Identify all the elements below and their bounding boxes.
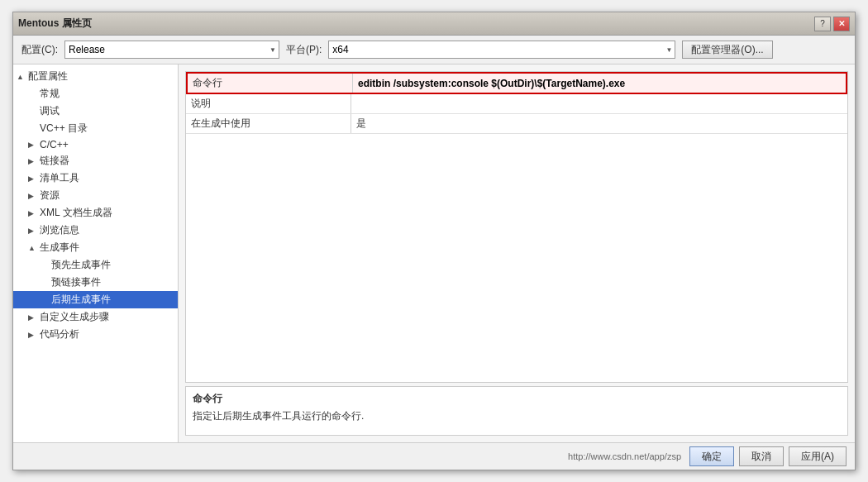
sidebar-label: 配置属性 bbox=[28, 69, 68, 84]
sidebar-item-manifest[interactable]: ▶ 清单工具 bbox=[13, 169, 178, 187]
sidebar-label: 调试 bbox=[40, 104, 60, 118]
help-button[interactable]: ? bbox=[814, 17, 831, 31]
config-manager-button[interactable]: 配置管理器(O)... bbox=[682, 41, 772, 59]
description-title: 命令行 bbox=[193, 392, 841, 406]
sidebar-label: 链接器 bbox=[40, 154, 69, 168]
sidebar-label: 常规 bbox=[40, 87, 60, 101]
platform-select[interactable]: x64 bbox=[328, 41, 675, 59]
platform-label: 平台(P): bbox=[286, 43, 322, 57]
prop-row-desc[interactable]: 说明 bbox=[186, 94, 847, 114]
sidebar-label: VC++ 目录 bbox=[40, 122, 88, 136]
prop-value-command: editbin /subsystem:console $(OutDir)\$(T… bbox=[353, 74, 846, 93]
toolbar: 配置(C): Release 平台(P): x64 配置管理器(O)... bbox=[13, 36, 855, 64]
sidebar-label: 代码分析 bbox=[40, 327, 79, 341]
prop-row-use[interactable]: 在生成中使用 是 bbox=[186, 114, 847, 134]
apply-button[interactable]: 应用(A) bbox=[789, 446, 847, 466]
sidebar-item-vcpp[interactable]: VC++ 目录 bbox=[13, 120, 178, 137]
sidebar-item-linker[interactable]: ▶ 链接器 bbox=[13, 152, 178, 169]
sidebar-item-general[interactable]: 常规 bbox=[13, 85, 178, 103]
sidebar-label: 预先生成事件 bbox=[51, 258, 111, 272]
window-title: Mentous 属性页 bbox=[18, 17, 92, 31]
sidebar-item-custom-build[interactable]: ▶ 自定义生成步骤 bbox=[13, 308, 178, 326]
sidebar-item-code-analysis[interactable]: ▶ 代码分析 bbox=[13, 326, 178, 343]
prop-name-use: 在生成中使用 bbox=[186, 114, 351, 133]
sidebar-label: C/C++ bbox=[40, 139, 69, 150]
prop-name-command: 命令行 bbox=[188, 74, 353, 93]
platform-select-wrapper: x64 bbox=[328, 41, 675, 59]
title-bar-buttons: ? ✕ bbox=[814, 17, 850, 31]
prop-row-command[interactable]: 命令行 editbin /subsystem:console $(OutDir)… bbox=[186, 72, 847, 94]
sidebar-item-post-build[interactable]: 后期生成事件 bbox=[13, 291, 178, 308]
config-label: 配置(C): bbox=[21, 43, 58, 57]
sidebar-label: 预链接事件 bbox=[51, 275, 101, 289]
description-panel: 命令行 指定让后期生成事件工具运行的命令行. bbox=[185, 386, 848, 436]
cancel-button[interactable]: 取消 bbox=[739, 446, 784, 466]
sidebar-label: 后期生成事件 bbox=[51, 293, 111, 307]
sidebar-item-xml[interactable]: ▶ XML 文档生成器 bbox=[13, 204, 178, 222]
sidebar-label: 清单工具 bbox=[40, 171, 79, 185]
sidebar-item-pre-link[interactable]: 预链接事件 bbox=[13, 274, 178, 291]
sidebar-item-config-props[interactable]: ▲ 配置属性 bbox=[13, 68, 178, 85]
right-panel: 命令行 editbin /subsystem:console $(OutDir)… bbox=[179, 64, 855, 442]
sidebar-label: XML 文档生成器 bbox=[40, 206, 112, 220]
sidebar-label: 自定义生成步骤 bbox=[40, 310, 109, 324]
sidebar-item-cpp[interactable]: ▶ C/C++ bbox=[13, 137, 178, 152]
sidebar-item-build-events[interactable]: ▲ 生成事件 bbox=[13, 239, 178, 256]
close-button[interactable]: ✕ bbox=[833, 17, 850, 31]
property-table: 命令行 editbin /subsystem:console $(OutDir)… bbox=[185, 71, 848, 383]
sidebar-label: 资源 bbox=[40, 189, 60, 203]
sidebar: ▲ 配置属性 常规 调试 VC++ 目录 ▶ C/C++ bbox=[13, 64, 179, 442]
prop-value-desc bbox=[351, 94, 847, 113]
main-content: ▲ 配置属性 常规 调试 VC++ 目录 ▶ C/C++ bbox=[13, 64, 855, 442]
config-select[interactable]: Release bbox=[64, 41, 279, 59]
ok-button[interactable]: 确定 bbox=[689, 446, 734, 466]
sidebar-label: 浏览信息 bbox=[40, 223, 79, 237]
expand-arrow: ▲ bbox=[17, 73, 28, 81]
main-window: Mentous 属性页 ? ✕ 配置(C): Release 平台(P): x6… bbox=[12, 12, 856, 470]
title-bar: Mentous 属性页 ? ✕ bbox=[13, 12, 855, 36]
prop-value-use: 是 bbox=[351, 114, 847, 133]
sidebar-item-resources[interactable]: ▶ 资源 bbox=[13, 187, 178, 204]
description-text: 指定让后期生成事件工具运行的命令行. bbox=[193, 409, 841, 423]
sidebar-label: 生成事件 bbox=[40, 241, 79, 255]
sidebar-item-browse[interactable]: ▶ 浏览信息 bbox=[13, 222, 178, 239]
prop-name-desc: 说明 bbox=[186, 94, 351, 113]
config-select-wrapper: Release bbox=[64, 41, 279, 59]
sidebar-item-debug[interactable]: 调试 bbox=[13, 103, 178, 120]
url-bar: http://www.csdn.net/app/zsp bbox=[565, 451, 684, 462]
bottom-bar: http://www.csdn.net/app/zsp 确定 取消 应用(A) bbox=[13, 442, 855, 470]
sidebar-item-pre-build[interactable]: 预先生成事件 bbox=[13, 256, 178, 274]
